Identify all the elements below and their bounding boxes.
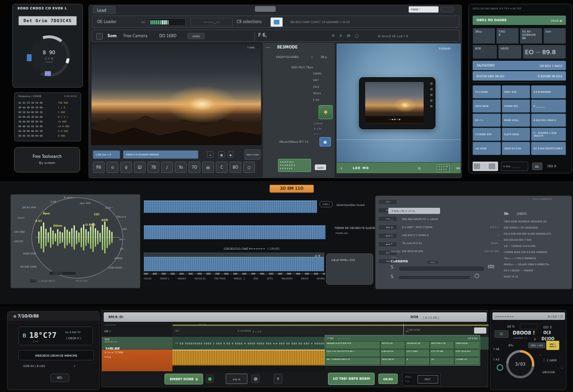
monitor-chip[interactable]: D8O ≈ 8O xyxy=(528,343,545,348)
device-preview-viewport[interactable]: D 8/18/43 — ▪ ▪ ◁ ▪ ∨ L0E M0 ◎ 8.8.8.78 … xyxy=(336,43,461,174)
mini-monitor-display[interactable]: F8O?· xyxy=(417,375,438,384)
chevron-down-icon[interactable]: ∨ xyxy=(340,166,342,170)
tool-button[interactable]: Yo xyxy=(175,162,187,173)
render-button[interactable]: 8M88T DO88⊞ xyxy=(164,374,203,384)
slider-1-track[interactable] xyxy=(399,267,484,270)
view-icons[interactable]: ⊞ ≣ ▤ ◯ xyxy=(332,34,360,38)
mode-checkbox[interactable] xyxy=(96,33,103,40)
tab-lead[interactable]: Lead xyxy=(93,6,115,14)
status-segment-left[interactable]: 1 88 tew = 8 xyxy=(93,150,120,159)
settings-row[interactable]: M8888 888 88O8 8E O88 C8O O8 O8O xyxy=(391,249,499,253)
slider-2-track[interactable] xyxy=(399,276,470,279)
browser-search-input[interactable]: R 88w ________ xyxy=(501,162,528,171)
action-button[interactable]: O8O8 8G 8.88 xyxy=(502,142,530,155)
tool-button[interactable]: ⊙ xyxy=(106,162,118,173)
settings-row[interactable]: △ M8K 8NO188OF8 F8! = 18O48 | xyxy=(391,217,499,221)
preview-viewport[interactable]: 7 8M8 xyxy=(91,43,262,145)
slider-1-knob[interactable]: (O) xyxy=(488,264,494,269)
free-camera-label[interactable]: Free Camera xyxy=(123,34,147,38)
tool-button[interactable]: Ш xyxy=(134,162,146,173)
tool-button[interactable]: 7O xyxy=(188,162,200,173)
test-export-button[interactable]: 1O T88! D8F8 8O8M xyxy=(328,373,375,385)
shield-icon[interactable]: ◉ xyxy=(228,151,233,158)
waveform-block-3[interactable] xyxy=(144,257,324,271)
level-gauge-dial[interactable]: 8 9O C ⊙ ⊕ mana 8 xyxy=(28,35,70,77)
action-button[interactable]: 8 9O8 8OV O8A8 O xyxy=(531,114,566,127)
ruler-lane-chip[interactable] xyxy=(474,327,486,334)
display-mode-button[interactable] xyxy=(270,17,283,27)
tools-item[interactable]: ↻ 5O xyxy=(313,98,319,101)
tools-item[interactable]: 1O8M8 xyxy=(313,72,321,75)
tool-button[interactable]: C xyxy=(216,162,228,173)
status-chip[interactable]: M8O? 8 E8M xyxy=(245,149,261,160)
tool-button[interactable]: 8O xyxy=(229,162,241,173)
preset-chip[interactable]: W.E84 xyxy=(188,33,205,39)
curve-chip[interactable]: ≈≈≈ xyxy=(426,260,439,264)
table-row[interactable]: 78 8 + 8O 18O 8 87O ⊕ 88·≈ 8·88 8OOO8 [O… xyxy=(325,349,480,357)
page-chip[interactable]: 8 xyxy=(274,374,282,384)
settings-search-input[interactable]: · P 8r8u | F8 ≡ +3 7a · xyxy=(388,208,440,214)
mute-indicator-button[interactable] xyxy=(251,375,260,383)
marker-flag[interactable]: ≈^≈ xyxy=(199,323,206,326)
marquee-box[interactable]: M88Q8O8 O8OM/38 M8MCM8 xyxy=(18,350,94,360)
table-row[interactable]: 8888888 ≡ 83778U8.OO8 E8O78 8 8C 18O88O8… xyxy=(325,341,480,349)
scope-footer-chip[interactable] xyxy=(30,279,36,283)
top-right-chip[interactable] xyxy=(441,7,454,12)
v600-cell[interactable]: V6OO xyxy=(498,45,522,59)
action-button[interactable]: 17O8888 #88 xyxy=(473,128,501,141)
wave-chip[interactable]: 8 M03 ) xyxy=(319,201,333,207)
blue-row-2[interactable]: 8YO'O8 O8O O8 OOO 8OO88 38 OO3 xyxy=(473,71,566,81)
tool-search-box[interactable]: Free Toolsearch By screen xyxy=(14,147,80,172)
tools-item[interactable]: ∨—— xyxy=(314,132,336,135)
record-button[interactable]: 3O 8M 11O xyxy=(270,185,314,193)
db-chip[interactable]: 88. xyxy=(532,163,542,170)
timeline-header[interactable]: 8M/8 /O· DO8 ( ≡ ) 1.1O | xyxy=(104,312,487,322)
progress-dial[interactable]: 3/O3 xyxy=(506,350,534,378)
action-button[interactable]: DO888 38O xyxy=(502,99,530,113)
tools-item[interactable]: 1 8mok xyxy=(314,122,336,125)
auto-button[interactable]: auto xyxy=(315,164,326,170)
waveform-block-1[interactable] xyxy=(144,200,317,213)
transport-button[interactable]: 8O: xyxy=(50,374,69,382)
chevron-down-icon[interactable]: ∨ xyxy=(74,364,75,368)
gauge-marker-chip[interactable] xyxy=(27,54,32,61)
audio-track-clip[interactable] xyxy=(172,350,325,366)
slider-2-knob[interactable]: ◯ xyxy=(475,273,479,278)
effects-button[interactable]: ❖ xyxy=(319,105,333,119)
tools-item[interactable]: V8O° xyxy=(313,79,319,82)
waveform-block-2[interactable] xyxy=(144,225,326,239)
action-button[interactable]: ⊙8r 8O88 xyxy=(473,142,501,155)
marker-icon[interactable]: ▫ xyxy=(207,151,213,158)
options-box[interactable]: ≡≡·≡ xyxy=(226,374,247,384)
action-button[interactable]: 8.J8?5 O8O8 xyxy=(502,128,530,141)
tool-button[interactable]: ◻ xyxy=(243,162,255,173)
tools-item[interactable]: 8. s 8e xyxy=(314,127,336,130)
wave-3-corner-icon[interactable]: ◎ 9 xyxy=(315,254,320,257)
tool-button[interactable]: ♀ xyxy=(120,162,132,173)
top-search-input[interactable]: F8888 ° xyxy=(409,6,439,13)
do-label[interactable]: DO 168O xyxy=(159,34,177,38)
browser-cell[interactable]: bon xyxy=(543,28,566,44)
tool-button[interactable]: ♪ xyxy=(161,162,173,173)
browser-cell[interactable]: T/6O 8 xyxy=(496,28,519,44)
settings-row[interactable]: G O88 8OO 8 1 OO888 O ◁ xyxy=(391,233,499,237)
action-button[interactable]: P.⌐ 8OO8O8 = 8O8 38OO78 xyxy=(531,128,566,141)
action-button[interactable]: 8.8 RU88O888 xyxy=(531,85,566,98)
browser-cell[interactable]: 38aa xyxy=(473,28,495,44)
action-button[interactable]: D88C 3O8 xyxy=(502,85,530,98)
scrub-strip[interactable]: ·—~—‿—· xyxy=(190,18,233,26)
action-button[interactable]: 8O ⊂⊃ xyxy=(473,114,501,127)
thumbnail-chip[interactable]: ▤ xyxy=(494,330,508,338)
action-button[interactable]: 8O 8.8O8 88O878 D88 8 xyxy=(531,142,566,155)
track-header-audio[interactable]: 8 7m ≡ 777888 F7O8 xyxy=(102,350,172,371)
record-dot-icon[interactable]: ◎ xyxy=(418,166,421,170)
scope-scrollbar[interactable] xyxy=(49,271,76,275)
monitor-header[interactable]: ≈≈≈≈≈≈≈≈ 8 | O3 ° (7 xyxy=(492,312,565,320)
band-row[interactable]: O8O1 9O O4O88 D8w8 ▣ xyxy=(473,16,566,25)
tool-button[interactable]: 78 xyxy=(147,162,159,173)
tool-button[interactable]: R6 xyxy=(93,162,105,173)
strip-item[interactable]: OTO xyxy=(379,200,397,204)
segmented-toggle[interactable] xyxy=(473,162,498,171)
row-cell[interactable]: 8O8 xyxy=(473,45,497,59)
timecode-button[interactable]: O8:8O xyxy=(378,374,398,384)
